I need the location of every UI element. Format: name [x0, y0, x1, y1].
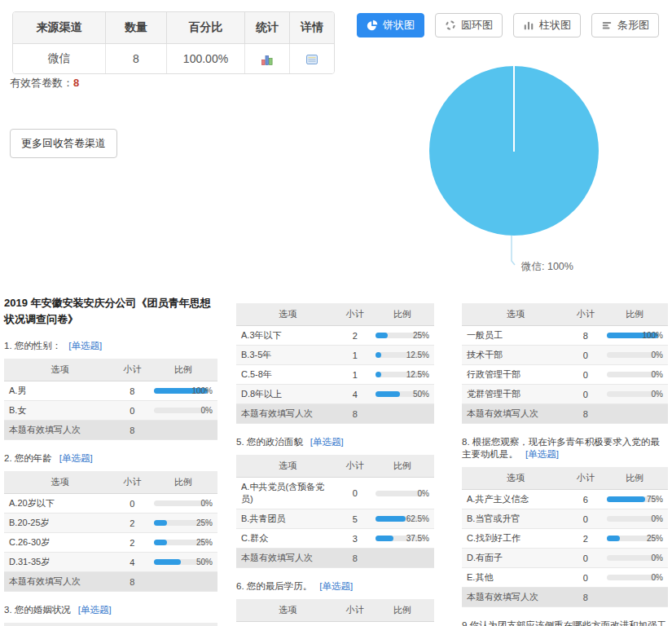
- ratio-track: [607, 555, 658, 561]
- more-channels-button[interactable]: 更多回收答卷渠道: [10, 129, 117, 158]
- option-count: 4: [340, 622, 371, 626]
- valid-answers-label: 有效答卷数：: [10, 77, 73, 89]
- question-type-link[interactable]: [单选题]: [78, 605, 112, 615]
- option-row: D.有面子00%: [462, 549, 668, 568]
- total-label: 本题有效填写人次: [236, 404, 340, 424]
- option-count: 2: [569, 529, 602, 549]
- option-label: 行政管理干部: [462, 365, 569, 385]
- total-row: 本题有效填写人次8: [462, 588, 668, 607]
- ratio-bar: 0%: [607, 572, 663, 583]
- option-count: 1: [340, 365, 371, 385]
- ratio-bar: 25%: [607, 533, 663, 544]
- stats-column-header: 选项: [4, 471, 116, 494]
- channel-column-header: 数量: [105, 12, 166, 44]
- option-label: C.群众: [236, 529, 340, 549]
- option-count: 2: [116, 533, 149, 553]
- channel-percent: 100.00%: [166, 44, 244, 73]
- question-type-link[interactable]: [单选题]: [525, 449, 559, 459]
- ratio-percent: 50%: [413, 390, 429, 399]
- ratio-bar: 37.5%: [376, 533, 429, 544]
- ratio-bar: 0%: [376, 488, 429, 499]
- total-label: 本题有效填写人次: [462, 404, 569, 424]
- question-heading: 1. 您的性别：[单选题]: [4, 340, 217, 352]
- channel-row: 微信8100.00%: [13, 44, 334, 73]
- stats-column-header: 比例: [149, 359, 217, 381]
- stats-column-header: 小计: [340, 303, 371, 326]
- ratio-track: [607, 352, 658, 358]
- total-row: 本题有效填写人次8: [4, 421, 217, 440]
- chart-type-button-ring[interactable]: 圆环图: [435, 13, 503, 37]
- stats-column-header: 比例: [371, 599, 434, 622]
- question-stats-table: 选项小计比例A.大专及以下450%B.本科450%C.硕士研究生00%D.博士研…: [236, 599, 434, 626]
- option-row: A.共产主义信念675%: [462, 490, 668, 509]
- pie-chart-icon: [367, 20, 378, 31]
- ratio-bar: 0%: [607, 389, 663, 399]
- question-type-link[interactable]: [单选题]: [319, 581, 353, 591]
- stats-column-header: 选项: [462, 467, 569, 490]
- question-heading: 9.你认为团支部应该侧重在哪些方面改进和加强工作[多选题]: [462, 619, 668, 626]
- total-label: 本题有效填写人次: [4, 572, 116, 592]
- question-type-link[interactable]: [单选题]: [68, 341, 102, 350]
- ratio-percent: 25%: [413, 331, 429, 340]
- option-label: C.5-8年: [236, 365, 340, 385]
- ratio-bar: 0%: [154, 498, 213, 509]
- option-count: 0: [116, 494, 149, 514]
- option-count: 3: [340, 529, 371, 549]
- question-type-link[interactable]: [单选题]: [59, 453, 93, 463]
- ratio-track: [154, 500, 208, 506]
- ratio-percent: 0%: [652, 553, 663, 562]
- option-label: A.男: [4, 381, 116, 401]
- option-count: 2: [340, 326, 371, 346]
- option-row: C.5-8年112.5%: [236, 365, 434, 385]
- column-chart-icon: [523, 20, 534, 31]
- option-label: B.3-5年: [236, 346, 340, 365]
- chart-type-button-pie[interactable]: 饼状图: [357, 13, 424, 37]
- question-stats-table: 选项小计比例一般员工8100%技术干部00%行政管理干部00%党群管理干部00%…: [462, 303, 668, 424]
- ratio-fill: [607, 536, 620, 541]
- survey-column-1: 2019 年安徽安装安庆分公司《团员青年思想状况调查问卷》 1. 您的性别：[单…: [4, 287, 217, 626]
- survey-title: 2019 年安徽安装安庆分公司《团员青年思想状况调查问卷》: [4, 295, 217, 328]
- total-row: 本题有效填写人次8: [236, 549, 434, 568]
- stats-column-header: 小计: [116, 623, 149, 626]
- stats-column-header: 比例: [371, 303, 434, 326]
- option-label: A.3年以下: [236, 326, 340, 346]
- ratio-fill: [607, 496, 645, 502]
- stats-column-header: 小计: [116, 471, 149, 494]
- question-text: 9.你认为团支部应该侧重在哪些方面改进和加强工作: [462, 620, 666, 626]
- stats-column-header: 选项: [236, 303, 340, 326]
- question-heading: 2. 您的年龄[单选题]: [4, 452, 217, 465]
- option-count: 0: [569, 365, 602, 385]
- ratio-fill: [376, 372, 382, 377]
- stats-column-header: 比例: [371, 455, 434, 478]
- ratio-percent: 25%: [647, 534, 663, 543]
- detail-table-icon[interactable]: [305, 53, 318, 66]
- ratio-track: [154, 408, 208, 413]
- ratio-percent: 62.5%: [406, 514, 429, 523]
- stats-column-header: 选项: [236, 455, 340, 478]
- chart-type-label: 圆环图: [461, 19, 493, 32]
- ratio-percent: 0%: [652, 573, 663, 582]
- survey-column-2: 选项小计比例A.3年以下225%B.3-5年112.5%C.5-8年112.5%…: [236, 303, 434, 626]
- ratio-fill: [376, 516, 406, 522]
- question-text: 1. 您的性别：: [4, 341, 61, 350]
- pie-callout-line: [512, 236, 515, 265]
- ratio-fill: [154, 559, 181, 565]
- source-channel-table: 来源渠道数量百分比统计详情 微信8100.00%: [12, 11, 335, 74]
- stats-column-header: 小计: [569, 467, 602, 490]
- ratio-bar: 50%: [154, 557, 213, 567]
- ratio-bar: 25%: [376, 330, 429, 341]
- stats-column-header: 小计: [340, 455, 371, 478]
- stats-column-header: 选项: [4, 623, 116, 626]
- bar-stats-icon[interactable]: [261, 53, 274, 66]
- valid-answers-count: 8: [73, 77, 79, 89]
- option-count: 1: [340, 346, 371, 365]
- chart-type-button-hbar[interactable]: 条形图: [591, 13, 659, 37]
- channel-column-header: 统计: [244, 12, 289, 44]
- question-stats-table: 选项小计比例A.中共党员(含预备党员)00%B.共青团员562.5%C.群众33…: [236, 455, 434, 568]
- ratio-bar: 0%: [607, 369, 663, 380]
- stats-column-header: 选项: [4, 359, 116, 381]
- ratio-percent: 0%: [201, 406, 213, 415]
- chart-type-button-column[interactable]: 柱状图: [513, 13, 581, 37]
- question-type-link[interactable]: [单选题]: [310, 437, 344, 447]
- question-text: 6. 您的最后学历。: [236, 581, 312, 591]
